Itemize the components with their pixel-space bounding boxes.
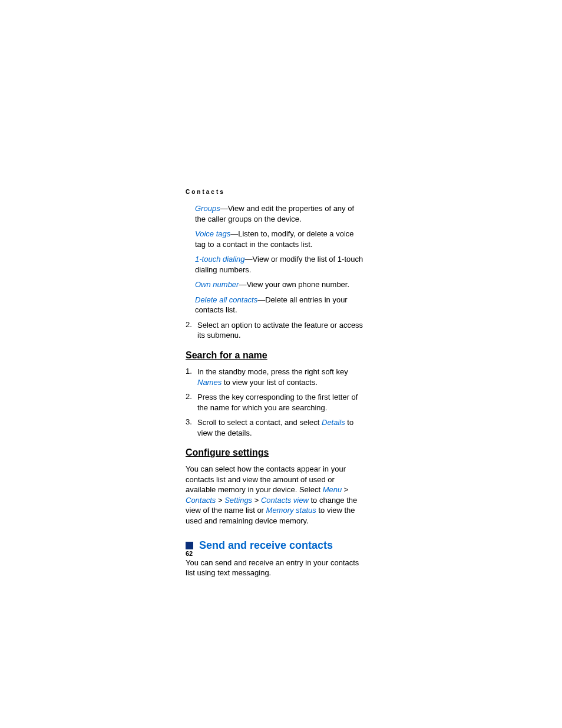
definition-item: 1-touch dialing—View or modify the list … bbox=[195, 254, 365, 275]
list-text: In the standby mode, press the right sof… bbox=[197, 367, 365, 387]
square-bullet-icon bbox=[186, 542, 193, 549]
link-contacts: Contacts bbox=[186, 496, 216, 505]
list-number: 3. bbox=[186, 417, 197, 438]
page-number: 62 bbox=[186, 550, 193, 557]
link-details: Details bbox=[322, 418, 345, 427]
term-groups: Groups bbox=[195, 204, 220, 213]
list-number: 2. bbox=[186, 392, 197, 413]
list-number: 2. bbox=[186, 320, 197, 341]
definition-item: Own number—View your own phone number. bbox=[195, 279, 365, 290]
link-memory-status: Memory status bbox=[266, 506, 316, 515]
desc-text: —View your own phone number. bbox=[239, 280, 349, 289]
list-text: Press the key corresponding to the first… bbox=[197, 392, 365, 413]
heading-configure-settings: Configure settings bbox=[186, 447, 365, 458]
running-header: Contacts bbox=[186, 189, 365, 195]
list-number: 1. bbox=[186, 367, 197, 387]
list-text: Scroll to select a contact, and select D… bbox=[197, 417, 365, 438]
link-names: Names bbox=[197, 378, 222, 387]
list-item: 3. Scroll to select a contact, and selec… bbox=[186, 417, 365, 438]
paragraph: You can send and receive an entry in you… bbox=[186, 558, 365, 578]
list-text: Select an option to activate the feature… bbox=[197, 320, 365, 341]
term-own-number: Own number bbox=[195, 280, 239, 289]
link-contacts-view: Contacts view bbox=[261, 496, 309, 505]
term-1-touch-dialing: 1-touch dialing bbox=[195, 255, 245, 263]
list-item: 1. In the standby mode, press the right … bbox=[186, 367, 365, 387]
definition-item: Groups—View and edit the properties of a… bbox=[195, 203, 365, 224]
heading-send-and-receive-contacts: Send and receive contacts bbox=[199, 539, 333, 552]
heading-search-for-a-name: Search for a name bbox=[186, 350, 365, 361]
page-content: Contacts Groups—View and edit the proper… bbox=[186, 189, 365, 583]
list-item: 2. Select an option to activate the feat… bbox=[186, 320, 365, 341]
term-delete-all-contacts: Delete all contacts bbox=[195, 295, 257, 304]
section-heading-row: Send and receive contacts bbox=[186, 539, 365, 552]
term-voice-tags: Voice tags bbox=[195, 229, 230, 238]
link-menu: Menu bbox=[323, 485, 342, 494]
definition-item: Voice tags—Listen to, modify, or delete … bbox=[195, 229, 365, 249]
link-settings: Settings bbox=[224, 496, 252, 505]
paragraph: You can select how the contacts appear i… bbox=[186, 464, 365, 526]
list-item: 2. Press the key corresponding to the fi… bbox=[186, 392, 365, 413]
definition-item: Delete all contacts—Delete all entries i… bbox=[195, 295, 365, 315]
